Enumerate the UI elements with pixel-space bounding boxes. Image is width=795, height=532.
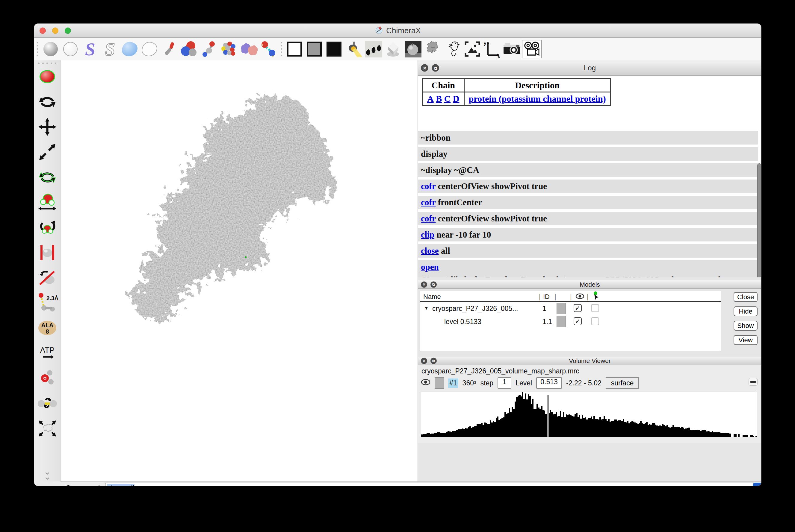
select-mouse-mode-icon[interactable] — [34, 64, 60, 89]
rotate-mouse-mode-icon[interactable] — [34, 89, 60, 114]
stick-style-icon[interactable] — [159, 40, 179, 58]
top-toolbar: S S — [34, 38, 761, 60]
volume-histogram[interactable] — [421, 392, 757, 437]
models-undock-icon[interactable]: ⧉ — [431, 281, 437, 287]
distance-mouse-mode-icon[interactable]: 2.3Å — [34, 290, 60, 316]
chain-link[interactable]: B — [436, 94, 442, 103]
description-link[interactable]: protein (potassium channel protein) — [469, 94, 606, 103]
full-lighting-icon[interactable] — [403, 40, 423, 58]
move-model-mouse-mode-icon[interactable] — [34, 416, 60, 441]
log-undock-icon[interactable]: ⧉ — [432, 64, 439, 72]
camera-icon[interactable] — [502, 40, 522, 58]
hbonds-icon[interactable] — [258, 40, 278, 58]
hide-atoms-icon[interactable] — [60, 40, 80, 58]
view-models-button[interactable]: View — [734, 335, 758, 345]
models-id-column: ID — [543, 293, 550, 301]
volume-viewer-title: Volume Viewer — [569, 357, 611, 364]
volume-undock-icon[interactable]: ⧉ — [431, 358, 437, 364]
model-color-swatch[interactable] — [557, 303, 566, 314]
command-help-link[interactable]: cofr — [421, 197, 436, 207]
command-help-link[interactable]: cofr — [421, 181, 436, 191]
flat-lighting-icon[interactable] — [364, 40, 383, 58]
volume-color-swatch[interactable] — [435, 377, 444, 389]
seahorse-icon[interactable] — [443, 40, 463, 58]
sidebar-drag-handle[interactable] — [34, 60, 60, 64]
sphere-style-icon[interactable] — [179, 40, 199, 58]
command-help-link[interactable]: open — [421, 262, 439, 272]
volume-close-icon[interactable]: ✕ — [421, 358, 427, 364]
log-command-entry: open/Users/olibclarke/Dropbox/Downloads/… — [418, 260, 758, 278]
threshold-marker[interactable] — [547, 395, 549, 437]
translate-selection-mouse-mode-icon[interactable] — [34, 190, 60, 215]
background-gray-icon[interactable] — [304, 40, 324, 58]
hide-models-button[interactable]: Hide — [734, 306, 758, 316]
rotate-selection-mouse-mode-icon[interactable] — [34, 165, 60, 190]
chain-link[interactable]: A — [427, 94, 434, 103]
clip-mouse-mode-icon[interactable] — [34, 240, 60, 265]
translate-mouse-mode-icon[interactable] — [34, 114, 60, 139]
default-lighting-icon[interactable] — [344, 40, 364, 58]
hide-surface-icon[interactable] — [140, 40, 159, 58]
log-close-icon[interactable]: ✕ — [421, 64, 428, 72]
log-command-entry: ~ribbon — [418, 131, 758, 145]
rotate-about-selection-mouse-mode-icon[interactable] — [34, 215, 60, 240]
model-row[interactable]: ▼cryosparc_P27_J326_005...1✓ — [420, 302, 721, 316]
bond-rotation-mouse-mode-icon[interactable] — [34, 391, 60, 416]
snapshot-frame-icon[interactable] — [463, 40, 482, 58]
show-surface-icon[interactable] — [120, 40, 140, 58]
log-command-entry: cofr frontCenter — [418, 196, 758, 209]
level-input[interactable]: 0.513 — [536, 377, 562, 389]
movie-record-icon[interactable] — [522, 40, 542, 58]
rotate-clip-planes-mouse-mode-icon[interactable] — [34, 265, 60, 290]
model-color-swatch[interactable] — [557, 316, 566, 327]
chain-link[interactable]: D — [453, 94, 459, 103]
show-atoms-icon[interactable] — [41, 40, 60, 58]
model-shown-checkbox[interactable]: ✓ — [574, 304, 582, 312]
show-models-button[interactable]: Show — [734, 321, 758, 330]
graphics-viewport[interactable] — [60, 60, 444, 481]
background-black-icon[interactable] — [324, 40, 344, 58]
close-models-button[interactable]: Close — [734, 292, 758, 302]
volume-eye-icon[interactable] — [421, 378, 431, 388]
chain-links: A B C D — [423, 92, 464, 106]
residue-label-mouse-mode-icon[interactable]: ALA8 — [34, 316, 60, 341]
show-cartoons-icon[interactable]: S — [80, 40, 100, 58]
volume-filename: cryosparc_P27_J326_005_volume_map_sharp.… — [421, 367, 579, 375]
model-selected-checkbox[interactable] — [591, 304, 599, 312]
center-of-rotation-mouse-mode-icon[interactable] — [34, 366, 60, 391]
model-row[interactable]: level 0.51331.1✓ — [420, 316, 721, 328]
heteroatom-color-icon[interactable] — [219, 40, 238, 58]
model-id: 1 — [542, 305, 558, 313]
volume-step-label: step — [481, 379, 493, 387]
hide-cartoons-icon[interactable]: S — [100, 40, 120, 58]
display-style-dropdown[interactable]: surface — [606, 377, 639, 389]
volume-collapse-icon[interactable] — [748, 378, 758, 386]
right-panel: ✕ ⧉ Log Chain Description A B C D protei… — [418, 60, 761, 481]
svg-text:ALA: ALA — [41, 322, 53, 328]
step-input[interactable]: 1 — [498, 377, 511, 389]
chain-link[interactable]: C — [444, 94, 451, 103]
ball-and-stick-style-icon[interactable] — [199, 40, 219, 58]
shadow-surface-icon[interactable] — [423, 40, 443, 58]
molecular-surfaces-icon[interactable] — [238, 40, 258, 58]
expand-triangle-icon[interactable]: ▼ — [424, 305, 429, 311]
atom-label-mouse-mode-icon[interactable]: ATP — [34, 341, 60, 366]
models-close-icon[interactable]: ✕ — [421, 281, 427, 287]
toolbar-drag-handle[interactable] — [35, 40, 39, 58]
model-shown-checkbox[interactable]: ✓ — [574, 317, 582, 325]
command-history-dropdown[interactable]: ⌄ — [753, 482, 761, 487]
command-help-link[interactable]: cofr — [421, 214, 436, 223]
log-vertical-scrollbar[interactable] — [757, 164, 761, 278]
volume-viewer-panel: ✕ ⧉ Volume Viewer cryosparc_P27_J326_005… — [418, 356, 761, 443]
zoom-mouse-mode-icon[interactable] — [34, 139, 60, 165]
model-selected-checkbox[interactable] — [591, 317, 599, 325]
command-help-link[interactable]: close — [421, 246, 439, 255]
sidebar-collapse-chevrons[interactable]: ⌄⌄ — [34, 469, 60, 479]
command-help-link[interactable]: clip — [421, 230, 434, 240]
models-table: Name | ID | | | ▼cryosparc_P27_J326_005.… — [420, 291, 721, 352]
axes-icon[interactable]: yx — [482, 40, 502, 58]
soft-lighting-icon[interactable] — [383, 40, 403, 58]
command-input[interactable]: close all ⌄ — [105, 482, 761, 487]
log-command-entry-path: /Users/olibclarke/Dropbox/Downloads/cryo… — [421, 274, 758, 278]
background-white-icon[interactable] — [285, 40, 304, 58]
